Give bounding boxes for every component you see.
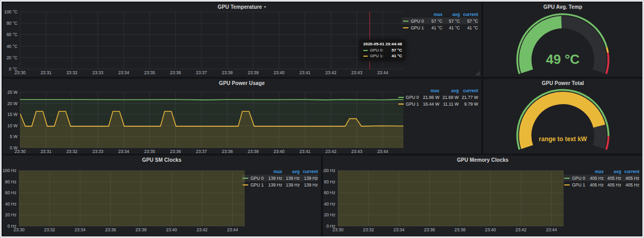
legend-header-current[interactable]: current [459, 87, 478, 94]
svg-text:20 °C: 20 °C [7, 55, 18, 60]
legend-value: 139 Hz [300, 175, 318, 181]
legend-value: 21.86 W [420, 94, 439, 100]
panel-title-gpu-sm-clocks[interactable]: GPU SM Clocks [3, 157, 321, 163]
panel-resize-handle[interactable] [476, 72, 480, 76]
legend-header-avg[interactable]: avg [439, 87, 459, 94]
series-color-swatch [398, 104, 404, 105]
svg-text:23:30: 23:30 [13, 227, 25, 232]
series-color-swatch [398, 97, 404, 98]
panel-title-text: GPU SM Clocks [142, 157, 181, 163]
legend-header-current[interactable]: current [300, 168, 318, 175]
legend-row-gpu-1[interactable]: GPU 1405 Hz405 Hz405 Hz [563, 181, 639, 188]
legend-value: 21.77 W [459, 94, 478, 100]
svg-text:23:43: 23:43 [351, 70, 363, 75]
chart-hover-tooltip: 2020-05-01 23:44:48GPU 0:57 °CGPU 1:41 °… [360, 40, 405, 61]
svg-text:23:33: 23:33 [92, 149, 104, 154]
legend-row-gpu-0[interactable]: GPU 0139 Hz139 Hz139 Hz [242, 175, 318, 181]
svg-text:23:30: 23:30 [14, 70, 26, 75]
svg-text:23:31: 23:31 [41, 70, 52, 75]
legend-value: 405 Hz [621, 181, 639, 188]
legend-row-gpu-0[interactable]: GPU 057 °C57 °C57 °C [402, 18, 478, 24]
panel-title-gpu-avg-temp[interactable]: GPU Avg. Temp [483, 4, 642, 10]
legend-header-current[interactable]: current [621, 168, 639, 175]
legend-header-max[interactable]: max [420, 87, 439, 94]
legend-row-gpu-0[interactable]: GPU 0405 Hz405 Hz405 Hz [563, 175, 639, 181]
svg-text:25 W: 25 W [7, 90, 18, 95]
legend-header-avg[interactable]: avg [282, 168, 300, 175]
panel-title-text: GPU Temperature [218, 4, 262, 10]
panel-gpu-memory-clocks: GPU Memory Clocks 100 Hz80 Hz60 Hz40 Hz2… [323, 156, 642, 236]
svg-text:23:36: 23:36 [170, 149, 181, 154]
series-color-swatch [564, 184, 570, 185]
legend-value: 139 Hz [265, 181, 282, 188]
legend-row-gpu-1[interactable]: GPU 1139 Hz139 Hz139 Hz [242, 181, 318, 188]
svg-text:23:43: 23:43 [351, 149, 363, 154]
legend-value: 139 Hz [282, 181, 300, 188]
svg-text:23:40: 23:40 [485, 227, 496, 232]
series-color-swatch [363, 56, 368, 57]
gpu-temperature-legend[interactable]: maxavgcurrentGPU 057 °C57 °C57 °CGPU 141… [402, 11, 478, 31]
svg-text:5 W: 5 W [10, 134, 18, 139]
svg-text:23:40: 23:40 [274, 149, 285, 154]
svg-text:80 °C: 80 °C [7, 21, 18, 26]
grafana-gpu-dashboard: GPU Temperature▾ 100 °C80 °C60 °C40 °C20… [0, 0, 644, 238]
tooltip-timestamp: 2020-05-01 23:44:48 [363, 42, 402, 46]
legend-value: 21.68 W [439, 94, 459, 100]
legend-row-gpu-0[interactable]: GPU 021.86 W21.68 W21.77 W [397, 94, 478, 100]
svg-text:80 Hz: 80 Hz [5, 179, 16, 184]
svg-text:23:44: 23:44 [546, 227, 557, 232]
panel-gpu-temperature: GPU Temperature▾ 100 °C80 °C60 °C40 °C20… [3, 3, 481, 77]
series-color-swatch [243, 178, 248, 179]
legend-header-avg[interactable]: avg [604, 168, 621, 175]
panel-title-gpu-memory-clocks[interactable]: GPU Memory Clocks [323, 157, 642, 163]
svg-text:23:42: 23:42 [515, 227, 527, 232]
legend-value: 57 °C [425, 18, 443, 24]
series-color-swatch [243, 184, 248, 185]
svg-text:23:38: 23:38 [222, 70, 233, 75]
gauge-value-power-total: range to text kW [483, 135, 642, 143]
gpu-sm-clocks-legend[interactable]: maxavgcurrentGPU 0139 Hz139 Hz139 HzGPU … [242, 168, 318, 188]
svg-text:100 Hz: 100 Hz [3, 168, 16, 173]
svg-text:23:39: 23:39 [248, 149, 259, 154]
svg-text:23:30: 23:30 [14, 149, 26, 154]
panel-menu-caret-icon[interactable]: ▾ [264, 5, 266, 9]
legend-value: 405 Hz [604, 175, 621, 181]
svg-text:80 Hz: 80 Hz [324, 179, 335, 184]
svg-text:60 Hz: 60 Hz [5, 190, 16, 195]
legend-value: 405 Hz [586, 175, 604, 181]
svg-text:23:44: 23:44 [377, 70, 388, 75]
svg-text:23:36: 23:36 [105, 227, 116, 232]
legend-value: 405 Hz [586, 181, 604, 188]
svg-text:20 Hz: 20 Hz [324, 212, 335, 217]
svg-text:15 W: 15 W [7, 112, 18, 117]
svg-text:23:38: 23:38 [222, 149, 233, 154]
legend-header-max[interactable]: max [425, 11, 443, 18]
svg-text:23:37: 23:37 [196, 149, 207, 154]
legend-header-current[interactable]: current [460, 11, 478, 18]
gpu-memory-clocks-legend[interactable]: maxavgcurrentGPU 0405 Hz405 Hz405 HzGPU … [563, 168, 639, 188]
legend-value: 405 Hz [604, 181, 621, 188]
legend-row-gpu-1[interactable]: GPU 116.44 W11.11 W9.79 W [397, 100, 478, 107]
legend-value: 41 °C [460, 24, 478, 31]
legend-row-gpu-1[interactable]: GPU 141 °C41 °C41 °C [402, 24, 478, 31]
panel-title-gpu-power-usage[interactable]: GPU Power Usage [3, 80, 481, 86]
legend-header-avg[interactable]: avg [443, 11, 460, 18]
panel-gpu-power-total: GPU Power Total range to text kW [483, 79, 642, 154]
gpu-power-usage-legend[interactable]: maxavgcurrentGPU 021.86 W21.68 W21.77 WG… [397, 87, 478, 107]
legend-header-max[interactable]: max [586, 168, 604, 175]
legend-value: 139 Hz [282, 175, 300, 181]
svg-text:40 Hz: 40 Hz [5, 201, 16, 207]
svg-text:23:38: 23:38 [135, 227, 147, 232]
legend-value: 9.79 W [459, 100, 478, 107]
svg-text:23:42: 23:42 [196, 227, 208, 232]
svg-text:23:34: 23:34 [394, 227, 405, 232]
legend-header-max[interactable]: max [265, 168, 282, 175]
panel-title-gpu-power-total[interactable]: GPU Power Total [483, 80, 642, 86]
svg-text:23:44: 23:44 [377, 149, 388, 154]
svg-text:23:42: 23:42 [326, 149, 337, 154]
svg-text:23:32: 23:32 [363, 227, 375, 232]
svg-text:100 Hz: 100 Hz [323, 168, 335, 173]
panel-gpu-sm-clocks: GPU SM Clocks 100 Hz80 Hz60 Hz40 Hz20 Hz… [3, 156, 321, 236]
svg-text:23:39: 23:39 [248, 70, 259, 75]
panel-title-gpu-temperature[interactable]: GPU Temperature▾ [3, 4, 481, 10]
